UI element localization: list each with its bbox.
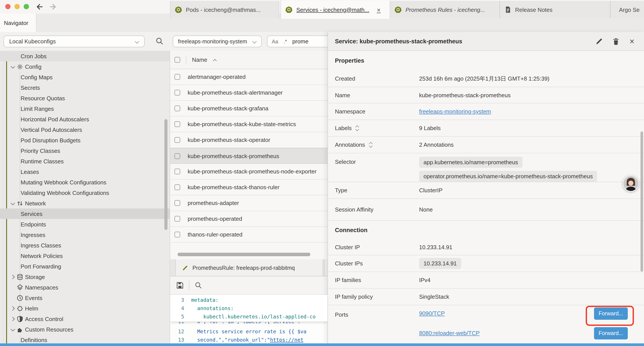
- sidebar-item[interactable]: Storage: [0, 272, 170, 282]
- sidebar-item[interactable]: Port Forwarding: [0, 261, 170, 272]
- row-checkbox[interactable]: [174, 169, 180, 174]
- app-tab[interactable]: Pods - icecheng@mathmas... ×: [170, 1, 279, 18]
- details-scrollbar[interactable]: [640, 131, 643, 272]
- sidebar-item[interactable]: Helm: [0, 303, 170, 314]
- row-checkbox[interactable]: [174, 200, 180, 206]
- name-column-header[interactable]: Name: [192, 56, 207, 63]
- selector-chip[interactable]: app.kubernetes.io/name=prometheus: [419, 157, 522, 168]
- app-tab[interactable]: Prometheus Rules - icecheng... ×: [390, 1, 500, 18]
- save-icon[interactable]: [176, 282, 184, 289]
- table-row[interactable]: prometheus-adapter: [170, 195, 328, 211]
- table-row[interactable]: kube-prometheus-stack-alertmanager: [170, 85, 328, 101]
- port-9090-link[interactable]: 9090/TCP: [419, 310, 445, 317]
- annotations-value[interactable]: 2 Annotations: [419, 141, 454, 148]
- table-row[interactable]: kube-prometheus-stack-prometheus: [170, 148, 328, 164]
- match-case-icon[interactable]: Aa: [272, 38, 278, 44]
- yaml-editor[interactable]: 11 0","for":"1m","labels":{"service": 12…: [170, 295, 328, 343]
- sidebar-item[interactable]: Leases: [0, 166, 170, 177]
- sidebar-item[interactable]: Namespaces: [0, 282, 170, 293]
- sidebar-search-icon[interactable]: [156, 37, 164, 45]
- table-row[interactable]: alertmanager-operated: [170, 69, 328, 85]
- sidebar-item[interactable]: Services: [0, 209, 170, 219]
- editor-search-icon[interactable]: [195, 282, 202, 289]
- horizontal-scrollbar[interactable]: [178, 253, 310, 256]
- avatar[interactable]: [622, 175, 639, 192]
- navigator-tab[interactable]: Navigator: [0, 13, 36, 32]
- table-row[interactable]: kube-prometheus-stack-thanos-ruler: [170, 180, 328, 195]
- namespace-select[interactable]: freeleaps-monitoring-system: [173, 35, 262, 47]
- close-panel-icon[interactable]: ×: [630, 37, 637, 45]
- sidebar-scrollbar[interactable]: [164, 119, 168, 230]
- table-row[interactable]: kube-prometheus-stack-kube-state-metrics: [170, 116, 328, 132]
- sidebar-item[interactable]: Secrets: [0, 82, 170, 93]
- edit-pencil-icon[interactable]: [595, 37, 603, 45]
- cluster-ips-chip[interactable]: 10.233.14.91: [419, 258, 461, 269]
- forward-button-8080[interactable]: Forward...: [594, 327, 628, 340]
- sidebar-item[interactable]: Mutating Webhook Configurations: [0, 177, 170, 187]
- expand-chevron-icon[interactable]: [10, 327, 16, 332]
- sort-asc-icon[interactable]: [212, 58, 217, 62]
- sort-updown-icon[interactable]: [356, 125, 360, 131]
- sidebar-item[interactable]: Horizontal Pod Autoscalers: [0, 114, 170, 124]
- regex-icon[interactable]: .*: [284, 38, 287, 44]
- sidebar-item[interactable]: Ingress Classes: [0, 240, 170, 251]
- maximize-window-button[interactable]: [24, 4, 29, 9]
- delete-trash-icon[interactable]: [612, 37, 620, 45]
- minimize-window-button[interactable]: [14, 4, 20, 9]
- sidebar-item[interactable]: Resource Quotas: [0, 93, 170, 103]
- namespace-link[interactable]: freeleaps-monitoring-system: [419, 108, 491, 115]
- row-checkbox[interactable]: [174, 137, 180, 143]
- row-checkbox[interactable]: [174, 121, 180, 127]
- expand-chevron-icon[interactable]: [10, 306, 16, 311]
- sidebar-item[interactable]: Priority Classes: [0, 145, 170, 156]
- sidebar-item[interactable]: Limit Ranges: [0, 103, 170, 114]
- back-icon[interactable]: [36, 3, 44, 11]
- expand-chevron-icon[interactable]: [10, 64, 16, 69]
- sidebar-item[interactable]: Runtime Classes: [0, 156, 170, 166]
- details-body: Properties Created 253d 16h 6m ago (2025…: [328, 51, 644, 343]
- app-tab[interactable]: Release Notes ×: [500, 1, 610, 18]
- row-checkbox[interactable]: [174, 153, 180, 159]
- sidebar-item[interactable]: Ingresses: [0, 230, 170, 240]
- table-row[interactable]: thanos-ruler-operated: [170, 227, 328, 243]
- close-tab-icon[interactable]: ×: [377, 6, 381, 13]
- row-checkbox[interactable]: [174, 106, 180, 111]
- selector-chip[interactable]: operator.prometheus.io/name=kube-prometh…: [419, 171, 597, 182]
- app-tab[interactable]: Services - icecheng@math... ×: [280, 0, 390, 19]
- sidebar-item[interactable]: Network Policies: [0, 251, 170, 261]
- forward-icon[interactable]: [49, 3, 57, 11]
- table-row[interactable]: kube-prometheus-stack-prometheus-node-ex…: [170, 164, 328, 180]
- editor-tab-partial[interactable]: [324, 259, 328, 276]
- sidebar-item[interactable]: Config: [0, 61, 170, 72]
- expand-chevron-icon[interactable]: [10, 316, 16, 322]
- port-8080-link[interactable]: 8080:reloader-web/TCP: [419, 330, 480, 336]
- row-checkbox[interactable]: [174, 90, 180, 95]
- sidebar-item[interactable]: Endpoints: [0, 219, 170, 230]
- table-row[interactable]: kube-prometheus-stack-grafana: [170, 101, 328, 116]
- sidebar-item[interactable]: Pod Disruption Budgets: [0, 135, 170, 145]
- sidebar-item[interactable]: Network: [0, 198, 170, 209]
- sidebar-item[interactable]: Vertical Pod Autoscalers: [0, 124, 170, 135]
- sidebar-item[interactable]: Validating Webhook Configurations: [0, 187, 170, 198]
- sidebar-item[interactable]: Access Control: [0, 314, 170, 324]
- app-tab[interactable]: Argo Se ×: [610, 1, 644, 18]
- expand-chevron-icon[interactable]: [10, 200, 16, 206]
- row-checkbox[interactable]: [174, 216, 180, 222]
- select-all-checkbox[interactable]: [174, 57, 180, 63]
- search-input[interactable]: [292, 38, 323, 45]
- row-checkbox[interactable]: [174, 232, 180, 237]
- sidebar-item[interactable]: Custom Resources: [0, 324, 170, 335]
- table-row[interactable]: kube-prometheus-stack-operator: [170, 132, 328, 148]
- sidebar-item[interactable]: Config Maps: [0, 72, 170, 82]
- sidebar-item[interactable]: Events: [0, 293, 170, 303]
- sidebar-item[interactable]: Cron Jobs: [0, 51, 170, 61]
- table-row[interactable]: prometheus-operated: [170, 211, 328, 227]
- row-checkbox[interactable]: [174, 74, 180, 80]
- editor-tab[interactable]: PrometheusRule: freeleaps-prod-rabbitmq: [175, 259, 323, 276]
- sort-updown-icon[interactable]: [369, 142, 373, 148]
- kubeconfig-select[interactable]: Local Kubeconfigs: [4, 35, 145, 47]
- close-window-button[interactable]: [5, 4, 10, 9]
- row-checkbox[interactable]: [174, 184, 180, 190]
- expand-chevron-icon[interactable]: [10, 274, 16, 280]
- labels-value[interactable]: 9 Labels: [419, 125, 440, 131]
